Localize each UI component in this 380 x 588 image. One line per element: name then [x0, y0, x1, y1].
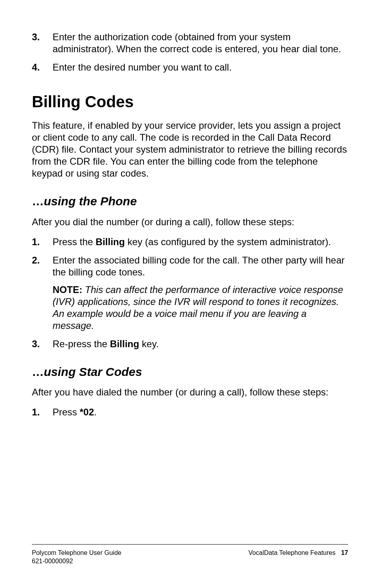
list-item-number: 3. [32, 338, 53, 350]
list-item-text-bold: Billing [110, 338, 139, 349]
list-item-body: Press *02. [53, 406, 348, 418]
section-title-billing-codes: Billing Codes [32, 92, 348, 112]
subsection-title-text: using Star Codes [44, 365, 142, 378]
page-footer: Polycom Telephone User Guide 621-0000009… [32, 544, 348, 566]
list-item: 3. Re-press the Billing key. [32, 338, 348, 350]
subsection-title-using-the-phone: …using the Phone [32, 194, 348, 209]
list-item-number: 4. [32, 61, 53, 73]
note-label: NOTE: [53, 284, 82, 295]
footer-section-title: VocalData Telephone Features [249, 549, 336, 556]
list-item-body: Re-press the Billing key. [53, 338, 348, 350]
section-intro: This feature, if enabled by your service… [32, 120, 348, 179]
subsection-intro: After you have dialed the number (or dur… [32, 386, 348, 398]
document-page: 3. Enter the authorization code (obtaine… [0, 0, 380, 588]
list-item-number: 3. [32, 31, 53, 55]
list-item-body: Press the Billing key (as configured by … [53, 236, 348, 248]
footer-doc-number: 621-00000092 [32, 557, 121, 566]
footer-doc-title: Polycom Telephone User Guide [32, 549, 121, 557]
list-item-text-bold: Billing [96, 236, 125, 247]
list-item: 1. Press the Billing key (as configured … [32, 236, 348, 248]
list-item-text-bold: *02 [80, 407, 94, 417]
list-item: 3. Enter the authorization code (obtaine… [32, 31, 348, 55]
list-item-text: Press the [53, 236, 96, 247]
subsection-dots: … [32, 195, 44, 208]
list-item-text: Enter the desired number you want to cal… [53, 62, 232, 73]
list-item-number: 1. [32, 406, 53, 418]
footer-left: Polycom Telephone User Guide 621-0000009… [32, 549, 121, 566]
footer-page-number: 17 [341, 549, 348, 556]
footer-right: VocalData Telephone Features17 [249, 549, 348, 566]
list-item-text: Enter the associated billing code for th… [53, 255, 345, 277]
list-item-number: 2. [32, 254, 53, 332]
list-item-body: Enter the desired number you want to cal… [53, 61, 348, 73]
subsection-title-using-star-codes: …using Star Codes [32, 364, 348, 380]
list-item-body: Enter the associated billing code for th… [53, 254, 348, 332]
list-item-text: Re-press the [53, 338, 110, 349]
list-item-text: Press [53, 407, 80, 417]
subsection-dots: … [32, 365, 44, 378]
list-item: 1. Press *02. [32, 406, 348, 418]
list-item: 2. Enter the associated billing code for… [32, 254, 348, 332]
list-item-text: key (as configured by the system adminis… [125, 236, 331, 247]
subsection-title-text: using the Phone [44, 195, 137, 208]
list-item-text: key. [139, 338, 159, 349]
footer-row: Polycom Telephone User Guide 621-0000009… [32, 549, 348, 566]
list-item-number: 1. [32, 236, 53, 248]
note-block: NOTE: This can affect the performance of… [53, 284, 348, 332]
list-item: 4. Enter the desired number you want to … [32, 61, 348, 73]
list-item-text: Enter the authorization code (obtained f… [53, 31, 341, 54]
subsection-intro: After you dial the number (or during a c… [32, 216, 348, 228]
list-item-body: Enter the authorization code (obtained f… [53, 31, 348, 55]
footer-rule [32, 544, 348, 545]
note-text: This can affect the performance of inter… [53, 284, 343, 331]
list-item-text: . [94, 407, 97, 417]
